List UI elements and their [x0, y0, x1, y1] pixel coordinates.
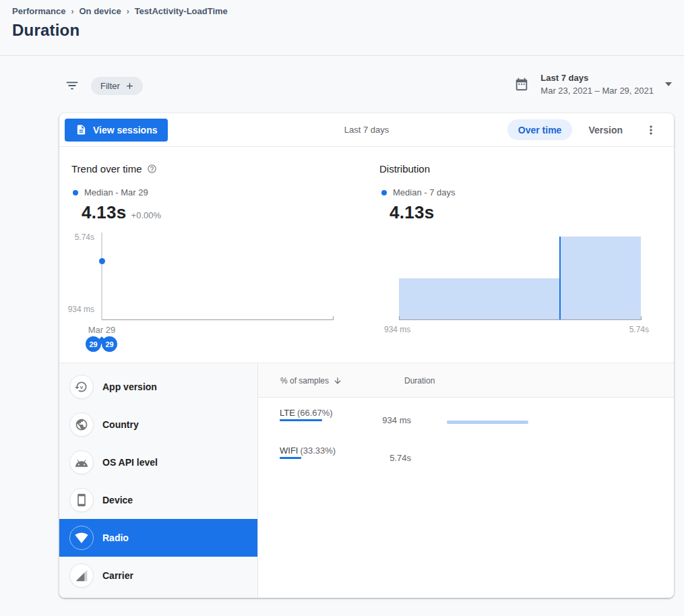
trend-y-min-label: 934 ms — [59, 305, 94, 314]
sidebar-item-country[interactable]: Country — [59, 406, 257, 443]
trend-median-point — [99, 258, 105, 264]
trend-value: 4.13s +0.00% — [82, 202, 161, 223]
row-percent-label: (66.67%) — [297, 408, 333, 418]
svg-text:v: v — [80, 384, 84, 390]
view-sessions-label: View sessions — [93, 125, 157, 135]
percent-bar — [280, 419, 322, 421]
breadcrumb-current: TestActivity-LoadTime — [135, 6, 228, 16]
row-link-wifi[interactable]: WIFI(33.33%) — [280, 445, 336, 456]
sidebar-item-label: Radio — [102, 532, 129, 543]
sidebar-item-label: App version — [102, 381, 157, 392]
date-range-dates: Mar 23, 2021 – Mar 29, 2021 — [540, 86, 654, 96]
sidebar-item-label: Country — [102, 419, 139, 430]
calendar-icon — [514, 77, 529, 92]
distribution-legend: Median - 7 days — [381, 187, 456, 197]
column-label: % of samples — [280, 376, 329, 386]
breadcrumb-separator: › — [71, 7, 73, 16]
distribution-value: 4.13s — [390, 202, 435, 223]
histogram-bar — [399, 278, 560, 320]
trend-median-value: 4.13s — [82, 202, 127, 223]
breakdown-section: v App version Country OS API level — [59, 363, 674, 598]
histogram-tick-max — [641, 316, 642, 319]
trend-delta: +0.00% — [131, 210, 161, 220]
distribution-legend-label: Median - 7 days — [393, 187, 456, 197]
view-toggle-group: Over time Version — [507, 119, 659, 140]
sidebar-item-carrier[interactable]: Carrier — [59, 557, 257, 594]
sidebar-item-app-version[interactable]: v App version — [59, 368, 257, 406]
trend-x-tick-label: Mar 29 — [75, 325, 129, 335]
filter-chip[interactable]: Filter — [91, 77, 143, 95]
histogram-tick-min — [399, 316, 400, 319]
page-header: Performance › On device › TestActivity-L… — [0, 0, 684, 56]
trend-legend-label: Median - Mar 29 — [84, 187, 148, 197]
charts-section: Trend over time Median - Mar 29 4.13s +0… — [59, 147, 674, 363]
breadcrumb: Performance › On device › TestActivity-L… — [12, 6, 672, 16]
histogram-plot — [399, 237, 642, 319]
card-header: View sessions Last 7 days Over time Vers… — [59, 113, 674, 147]
breakdown-table: % of samples Duration LTE(66.67%) 934 ms… — [258, 363, 674, 598]
row-duration-value: 5.74s — [339, 453, 411, 463]
breadcrumb-performance[interactable]: Performance — [12, 6, 65, 16]
tab-version[interactable]: Version — [578, 119, 633, 140]
more-options-icon[interactable] — [643, 122, 659, 138]
row-duration-value: 934 ms — [339, 415, 411, 425]
dropdown-arrow-icon — [665, 82, 672, 86]
duration-range-bar — [447, 421, 528, 424]
legend-dot-icon — [381, 190, 387, 195]
app-version-history-icon: v — [69, 375, 94, 399]
percent-bar — [280, 457, 301, 459]
row-name-label: LTE — [280, 408, 295, 418]
trend-x-axis — [102, 319, 334, 320]
view-sessions-button[interactable]: View sessions — [65, 119, 168, 142]
trend-legend: Median - Mar 29 — [73, 187, 148, 197]
trend-section-header: Trend over time — [71, 163, 157, 175]
sidebar-item-label: OS API level — [102, 457, 158, 468]
row-percent-label: (33.33%) — [300, 445, 336, 456]
sidebar-item-device[interactable]: Device — [59, 481, 257, 519]
filter-chip-label: Filter — [100, 81, 120, 91]
trend-y-max-label: 5.74s — [59, 233, 94, 242]
distribution-title: Distribution — [379, 163, 430, 175]
table-header: % of samples Duration — [258, 363, 674, 398]
globe-icon — [69, 412, 94, 437]
column-header-duration[interactable]: Duration — [404, 376, 435, 386]
trend-y-axis — [101, 233, 102, 319]
period-label: Last 7 days — [344, 125, 390, 135]
dimension-sidebar: v App version Country OS API level — [59, 363, 258, 598]
sort-descending-icon — [333, 376, 342, 386]
plus-icon — [125, 81, 135, 91]
distribution-section-header: Distribution — [379, 163, 430, 175]
range-slider-handle-start[interactable]: 29 — [86, 336, 101, 352]
range-slider-handle-end[interactable]: 29 — [102, 336, 117, 352]
distribution-median-value: 4.13s — [390, 202, 435, 223]
column-header-percent-of-samples[interactable]: % of samples — [280, 376, 342, 386]
table-row: WIFI(33.33%) 5.74s — [258, 435, 674, 473]
page-title: Duration — [12, 21, 672, 40]
row-link-lte[interactable]: LTE(66.67%) — [280, 408, 333, 418]
sidebar-item-label: Carrier — [102, 570, 133, 581]
sidebar-item-radio[interactable]: Radio — [59, 519, 257, 557]
legend-dot-icon — [73, 190, 78, 195]
histogram-x-axis — [399, 319, 642, 320]
date-range-label: Last 7 days — [540, 73, 654, 83]
duration-card: View sessions Last 7 days Over time Vers… — [59, 113, 674, 598]
sidebar-item-os-api-level[interactable]: OS API level — [59, 443, 257, 481]
document-icon — [75, 124, 87, 135]
trend-title: Trend over time — [71, 163, 142, 175]
row-name-label: WIFI — [280, 445, 298, 456]
tab-over-time[interactable]: Over time — [507, 119, 573, 140]
table-row: LTE(66.67%) 934 ms — [258, 398, 674, 435]
date-range-picker[interactable]: Last 7 days Mar 23, 2021 – Mar 29, 2021 — [514, 73, 672, 96]
help-icon[interactable] — [147, 164, 157, 174]
sidebar-item-label: Device — [102, 495, 133, 505]
breadcrumb-on-device[interactable]: On device — [79, 6, 121, 16]
android-icon — [69, 450, 94, 474]
wifi-icon — [69, 526, 94, 550]
smartphone-icon — [69, 488, 94, 512]
histogram-x-max-label: 5.74s — [595, 325, 649, 334]
breadcrumb-separator: › — [127, 7, 129, 16]
median-marker — [559, 237, 561, 319]
filter-list-icon[interactable] — [65, 78, 80, 93]
trend-x-axis-tick — [333, 316, 334, 319]
cell-signal-icon — [69, 563, 94, 588]
